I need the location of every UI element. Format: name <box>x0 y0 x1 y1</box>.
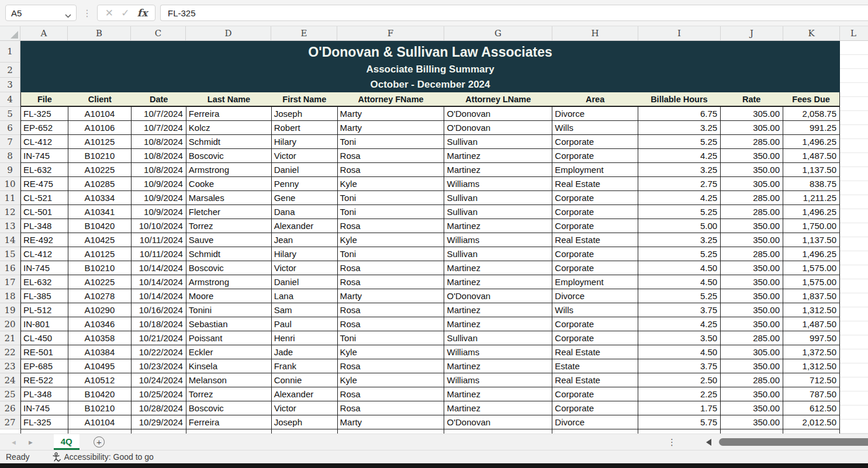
cell-F27[interactable]: Marty <box>338 415 445 429</box>
cell-K27[interactable]: 2,012.50 <box>783 415 840 429</box>
cell-F10[interactable]: Kyle <box>338 177 445 191</box>
cell-F12[interactable]: Toni <box>338 205 445 219</box>
cell-I26[interactable]: 1.75 <box>638 401 721 415</box>
table-header-client[interactable]: Client <box>68 92 132 106</box>
cell-J17[interactable]: 350.00 <box>721 275 783 289</box>
row-header-6[interactable]: 6 <box>0 121 20 135</box>
cell-K21[interactable]: 997.50 <box>783 331 840 345</box>
cell-I12[interactable]: 5.25 <box>638 205 721 219</box>
cell-E9[interactable]: Daniel <box>272 163 338 177</box>
cell-C19[interactable]: 10/16/2024 <box>132 303 186 317</box>
cell-I22[interactable]: 4.50 <box>638 345 721 359</box>
cell-B21[interactable]: A10358 <box>68 331 132 345</box>
cell-K10[interactable]: 838.75 <box>783 177 840 191</box>
column-header-A[interactable]: A <box>20 26 68 40</box>
cell-H28[interactable] <box>552 429 638 434</box>
cell-G28[interactable] <box>444 429 552 434</box>
cell-I18[interactable]: 5.25 <box>638 289 721 303</box>
cell-J24[interactable]: 285.00 <box>721 373 783 387</box>
cell-B11[interactable]: A10334 <box>68 191 132 205</box>
cell-G11[interactable]: Sullivan <box>444 191 552 205</box>
cell-I13[interactable]: 5.00 <box>638 219 721 233</box>
cell-E28[interactable] <box>272 429 338 434</box>
cell-E10[interactable]: Penny <box>272 177 338 191</box>
table-header-billable-hours[interactable]: Billable Hours <box>638 92 721 106</box>
cell-F5[interactable]: Marty <box>338 107 445 121</box>
cell-H16[interactable]: Corporate <box>552 261 638 275</box>
cell-J9[interactable]: 350.00 <box>721 163 783 177</box>
cell-B20[interactable]: A10346 <box>68 317 132 331</box>
cell-H12[interactable]: Corporate <box>552 205 638 219</box>
row-header-24[interactable]: 24 <box>0 373 20 387</box>
cell-J19[interactable]: 350.00 <box>721 303 783 317</box>
cell-G7[interactable]: Sullivan <box>444 135 552 149</box>
cell-D14[interactable]: Sauve <box>186 233 272 247</box>
cell-B27[interactable]: A10104 <box>68 415 132 429</box>
cell-D8[interactable]: Boscovic <box>186 149 272 163</box>
cell-K19[interactable]: 1,312.50 <box>783 303 840 317</box>
cell-E12[interactable]: Dana <box>272 205 338 219</box>
row-header-7[interactable]: 7 <box>0 135 20 149</box>
cell-D12[interactable]: Fletcher <box>186 205 272 219</box>
cell-B18[interactable]: A10278 <box>68 289 132 303</box>
cell-J7[interactable]: 285.00 <box>721 135 783 149</box>
cell-B13[interactable]: B10420 <box>68 219 132 233</box>
cell-B17[interactable]: A10225 <box>68 275 132 289</box>
cell-E6[interactable]: Robert <box>272 121 338 135</box>
cell-E27[interactable]: Joseph <box>272 415 338 429</box>
cell-G16[interactable]: Martinez <box>444 261 552 275</box>
cell-C10[interactable]: 10/9/2024 <box>132 177 186 191</box>
cell-B12[interactable]: A10341 <box>68 205 132 219</box>
cell-D28[interactable] <box>186 429 272 434</box>
cell-G8[interactable]: Martinez <box>444 149 552 163</box>
cell-H10[interactable]: Real Estate <box>552 177 638 191</box>
cell-D19[interactable]: Tonini <box>186 303 272 317</box>
cell-C8[interactable]: 10/8/2024 <box>132 149 186 163</box>
cell-C24[interactable]: 10/24/2024 <box>132 373 186 387</box>
cell-E16[interactable]: Victor <box>272 261 338 275</box>
cell-F28[interactable] <box>338 429 445 434</box>
table-header-first-name[interactable]: First Name <box>271 92 337 106</box>
column-header-G[interactable]: G <box>444 26 552 40</box>
cell-K25[interactable]: 787.50 <box>783 387 840 401</box>
cell-A8[interactable]: IN-745 <box>21 149 68 163</box>
cell-F13[interactable]: Rosa <box>338 219 445 233</box>
sheet-tab-4q[interactable]: 4Q <box>54 434 79 450</box>
table-header-fees-due[interactable]: Fees Due <box>783 92 839 106</box>
row-header-2[interactable]: 2 <box>0 63 20 78</box>
cell-J14[interactable]: 350.00 <box>721 233 783 247</box>
row-header-20[interactable]: 20 <box>0 317 20 331</box>
cell-A27[interactable]: FL-325 <box>21 415 68 429</box>
cell-E8[interactable]: Victor <box>272 149 338 163</box>
cell-F20[interactable]: Rosa <box>338 317 445 331</box>
cell-E15[interactable]: Hilary <box>272 247 338 261</box>
column-header-I[interactable]: I <box>638 26 721 40</box>
cell-I14[interactable]: 3.25 <box>638 233 721 247</box>
cell-I10[interactable]: 2.75 <box>638 177 721 191</box>
cell-D26[interactable]: Boscovic <box>186 401 272 415</box>
cell-G5[interactable]: O'Donovan <box>444 107 552 121</box>
hscroll-left-icon[interactable] <box>706 439 711 446</box>
cell-D16[interactable]: Boscovic <box>186 261 272 275</box>
cell-C17[interactable]: 10/14/2024 <box>132 275 186 289</box>
cell-J23[interactable]: 350.00 <box>721 359 783 373</box>
cell-I19[interactable]: 3.75 <box>638 303 721 317</box>
cell-K7[interactable]: 1,496.25 <box>783 135 840 149</box>
cell-H21[interactable]: Corporate <box>552 331 638 345</box>
cell-G19[interactable]: Martinez <box>444 303 552 317</box>
empty-column-l[interactable] <box>840 41 868 434</box>
cell-H15[interactable]: Corporate <box>552 247 638 261</box>
cell-C12[interactable]: 10/9/2024 <box>132 205 186 219</box>
cell-H13[interactable]: Corporate <box>552 219 638 233</box>
cell-A22[interactable]: RE-501 <box>21 345 68 359</box>
cell-C13[interactable]: 10/10/2024 <box>132 219 186 233</box>
table-header-file[interactable]: File <box>21 92 68 106</box>
cell-F14[interactable]: Kyle <box>338 233 445 247</box>
cell-F26[interactable]: Rosa <box>338 401 445 415</box>
cell-J26[interactable]: 350.00 <box>721 401 783 415</box>
cell-A18[interactable]: FL-385 <box>21 289 68 303</box>
cell-I24[interactable]: 2.50 <box>638 373 721 387</box>
cell-C9[interactable]: 10/8/2024 <box>132 163 186 177</box>
accessibility-status[interactable]: Accessibility: Good to go <box>51 452 153 462</box>
cell-H14[interactable]: Real Estate <box>552 233 638 247</box>
